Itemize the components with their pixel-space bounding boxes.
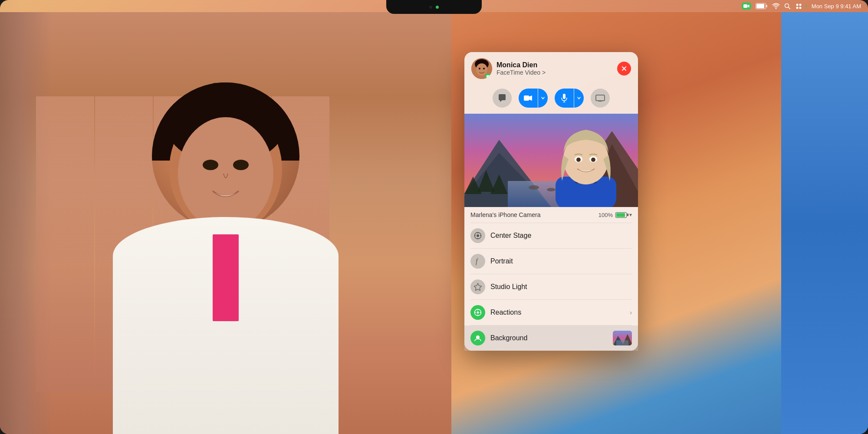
notch-dot-left	[429, 6, 432, 9]
svg-point-17	[479, 68, 480, 69]
person-face	[152, 82, 299, 230]
wifi-icon[interactable]	[772, 3, 780, 9]
screenshare-button[interactable]	[591, 89, 610, 108]
svg-point-5	[796, 3, 798, 6]
studio-light-label: Studio Light	[490, 283, 632, 291]
message-button[interactable]	[493, 89, 512, 108]
reactions-label: Reactions	[490, 309, 625, 316]
svg-point-52	[477, 312, 479, 314]
control-center-icon[interactable]: ●	[795, 3, 807, 10]
portrait-item[interactable]: f Portrait	[464, 249, 638, 274]
camera-effects-menu: Center Stage f Portrait	[464, 223, 638, 351]
person-body	[113, 217, 339, 434]
remote-person	[551, 120, 621, 207]
svg-rect-20	[524, 95, 529, 101]
svg-point-53	[476, 335, 480, 339]
svg-point-40	[477, 234, 479, 237]
battery-icon	[615, 212, 627, 218]
caller-info: Monica Dien FaceTime Video >	[496, 61, 613, 76]
reactions-item[interactable]: Reactions ›	[464, 300, 638, 325]
facetime-menubar-icon[interactable]	[742, 3, 751, 10]
studio-light-item[interactable]: Studio Light	[464, 274, 638, 299]
svg-point-27	[529, 185, 539, 190]
main-video-area	[0, 12, 451, 434]
portrait-label: Portrait	[490, 257, 632, 265]
remote-video-feed	[464, 114, 638, 207]
datetime-display[interactable]: Mon Sep 9 9:41 AM	[812, 3, 861, 10]
person-shirt-accent	[213, 234, 239, 321]
reactions-icon	[470, 305, 485, 320]
svg-rect-19	[487, 75, 490, 79]
video-background	[0, 12, 451, 434]
svg-text:f: f	[476, 257, 479, 265]
menubar-right: ● Mon Sep 9 9:41 AM	[742, 3, 861, 10]
camera-notch	[386, 0, 482, 14]
battery-fill	[616, 213, 625, 217]
svg-rect-24	[596, 95, 605, 101]
person-main	[74, 65, 378, 434]
svg-rect-3	[766, 5, 767, 7]
portrait-icon: f	[470, 254, 485, 269]
controls-row	[464, 85, 638, 114]
right-bg	[781, 12, 868, 434]
svg-rect-2	[756, 4, 764, 8]
video-chevron[interactable]	[538, 89, 548, 108]
app-label: FaceTime Video >	[496, 69, 613, 76]
svg-point-18	[483, 68, 485, 69]
caller-name: Monica Dien	[496, 61, 613, 69]
background-label: Background	[490, 334, 608, 342]
battery-info: 100% ▾	[598, 212, 632, 218]
notification-header: Monica Dien FaceTime Video >	[464, 52, 638, 85]
battery-percentage: 100%	[598, 212, 613, 218]
screen: ● Mon Sep 9 9:41 AM	[0, 0, 868, 434]
svg-rect-55	[616, 340, 628, 345]
mic-button[interactable]	[555, 89, 574, 108]
reactions-chevron: ›	[630, 309, 632, 316]
center-stage-label: Center Stage	[490, 232, 632, 240]
notch-dot-camera	[436, 6, 439, 9]
svg-rect-0	[743, 4, 747, 8]
background-item[interactable]: Background	[464, 326, 638, 351]
svg-point-37	[576, 158, 581, 162]
studio-light-icon	[470, 279, 485, 294]
camera-name-label: Marlena's iPhone Camera	[470, 211, 540, 218]
camera-info-row: Marlena's iPhone Camera 100% ▾	[464, 207, 638, 223]
background-icon	[470, 331, 485, 345]
battery-indicator	[756, 3, 768, 9]
svg-point-7	[796, 7, 798, 9]
video-button[interactable]	[519, 89, 538, 108]
svg-point-38	[591, 158, 595, 162]
background-thumbnail	[613, 331, 632, 345]
svg-marker-46	[474, 283, 481, 290]
center-stage-item[interactable]: Center Stage	[464, 223, 638, 248]
svg-point-11	[178, 117, 273, 230]
svg-point-12	[203, 160, 218, 170]
video-button-group	[519, 89, 548, 108]
close-button[interactable]	[617, 62, 631, 76]
caller-avatar	[471, 58, 492, 79]
facetime-panel: Monica Dien FaceTime Video >	[464, 52, 638, 351]
mic-button-group	[555, 89, 584, 108]
svg-rect-21	[563, 94, 566, 99]
svg-point-6	[799, 3, 801, 6]
camera-chevron[interactable]: ▾	[629, 212, 632, 218]
center-stage-icon	[470, 228, 485, 243]
mic-chevron[interactable]	[574, 89, 584, 108]
search-icon[interactable]	[784, 3, 791, 10]
svg-point-13	[233, 160, 249, 170]
svg-point-8	[799, 7, 801, 9]
facetime-badge	[485, 74, 492, 79]
